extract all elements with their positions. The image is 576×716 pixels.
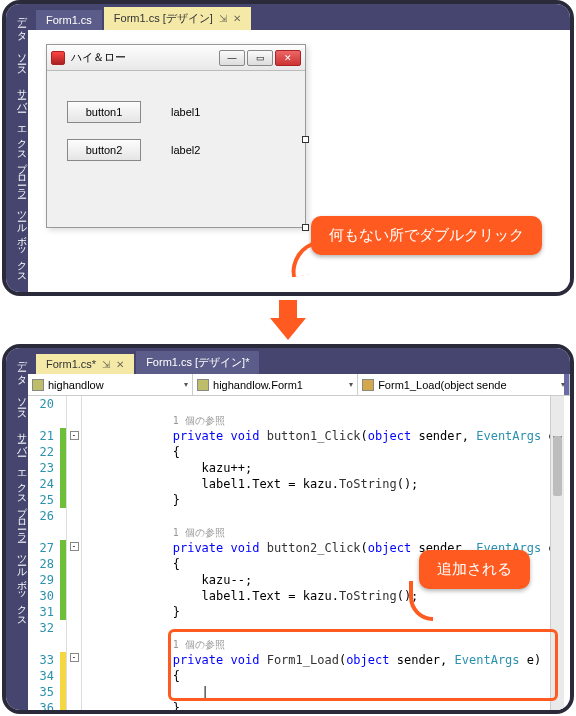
callout-added: 追加される (419, 550, 530, 589)
close-button[interactable]: ✕ (275, 50, 301, 66)
designer-panel: データ ソース サーバー エクスプローラー ツールボックス Form1.cs F… (2, 0, 574, 296)
pin-icon[interactable]: ⇲ (219, 13, 227, 24)
form-title: ハイ＆ロー (71, 50, 213, 65)
chevron-down-icon: ▾ (184, 380, 188, 389)
class-icon (197, 379, 209, 391)
designed-form[interactable]: ハイ＆ロー — ▭ ✕ button1 label1 button2 label… (46, 44, 306, 228)
csharp-icon (32, 379, 44, 391)
label1[interactable]: label1 (171, 106, 200, 118)
code-editor-area: highandlow▾ highandlow.Form1▾ Form1_Load… (28, 374, 570, 710)
tab-form1-code[interactable]: Form1.cs (36, 10, 102, 30)
sidebar-item-datasources[interactable]: データ ソース (6, 354, 28, 416)
form-app-icon (51, 51, 65, 65)
code-navbar: highandlow▾ highandlow.Form1▾ Form1_Load… (28, 374, 570, 396)
button1[interactable]: button1 (67, 101, 141, 123)
chevron-down-icon: ▾ (561, 380, 565, 389)
fold-toggle[interactable]: - (70, 653, 79, 662)
fold-toggle[interactable]: - (70, 431, 79, 440)
button2[interactable]: button2 (67, 139, 141, 161)
fold-toggle[interactable]: - (70, 542, 79, 551)
sidebar-item-toolbox[interactable]: ツールボックス (6, 548, 28, 622)
maximize-button[interactable]: ▭ (247, 50, 273, 66)
close-icon[interactable]: ✕ (116, 359, 124, 370)
sidebar-item-datasources[interactable]: データ ソース (6, 10, 28, 72)
tabstrip: Form1.cs Form1.cs [デザイン] ⇲ ✕ (28, 4, 570, 30)
code-panel: データ ソース サーバー エクスプローラー ツールボックス Form1.cs* … (2, 344, 574, 714)
tab-form1-design[interactable]: Form1.cs [デザイン] ⇲ ✕ (104, 7, 251, 30)
tabstrip: Form1.cs* ⇲ ✕ Form1.cs [デザイン]* (28, 348, 570, 374)
fold-gutter: - - - (66, 396, 82, 710)
chevron-down-icon: ▾ (349, 380, 353, 389)
label2[interactable]: label2 (171, 144, 200, 156)
sidebar-item-server-explorer[interactable]: サーバー エクスプローラー (6, 82, 28, 194)
callout-doubleclick: 何もない所でダブルクリック (311, 216, 542, 255)
sidebar: データ ソース サーバー エクスプローラー ツールボックス (6, 348, 28, 710)
arrow-down-icon (270, 300, 306, 340)
member-combo[interactable]: Form1_Load(object sende▾ (358, 374, 570, 395)
sidebar: データ ソース サーバー エクスプローラー ツールボックス (6, 4, 28, 292)
pin-icon[interactable]: ⇲ (102, 359, 110, 370)
scrollbar-thumb[interactable] (553, 436, 562, 496)
sidebar-item-server-explorer[interactable]: サーバー エクスプローラー (6, 426, 28, 538)
sidebar-item-toolbox[interactable]: ツールボックス (6, 204, 28, 278)
close-icon[interactable]: ✕ (233, 13, 241, 24)
method-icon (362, 379, 374, 391)
class-combo[interactable]: highandlow.Form1▾ (193, 374, 358, 395)
project-combo[interactable]: highandlow▾ (28, 374, 193, 395)
form-client-area[interactable]: button1 label1 button2 label2 (47, 71, 305, 227)
vertical-scrollbar[interactable] (550, 396, 564, 710)
line-number-gutter: 20 21 22 23 24 25 26 27 28 29 30 31 32 3… (28, 396, 60, 710)
text-cursor: | (202, 685, 209, 699)
tab-form1-design[interactable]: Form1.cs [デザイン]* (136, 351, 259, 374)
tab-form1-code[interactable]: Form1.cs* ⇲ ✕ (36, 354, 134, 374)
minimize-button[interactable]: — (219, 50, 245, 66)
form-titlebar: ハイ＆ロー — ▭ ✕ (47, 45, 305, 71)
